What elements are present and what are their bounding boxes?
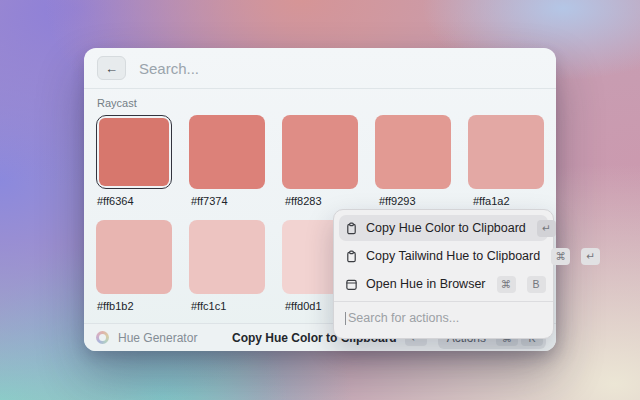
back-arrow-icon: ← xyxy=(105,61,118,76)
color-swatch[interactable] xyxy=(282,115,358,189)
swatch-hex-label: #ffa1a2 xyxy=(472,195,549,207)
swatch-fill xyxy=(96,220,172,294)
swatch-row-1 xyxy=(96,115,544,189)
b-key-badge: B xyxy=(527,276,546,293)
swatch-fill xyxy=(99,118,169,186)
swatch-fill xyxy=(468,115,544,189)
search-input[interactable]: Search... xyxy=(139,60,199,77)
action-label: Copy Hue Color to Clipboard xyxy=(366,221,526,235)
action-item-open-in-browser[interactable]: Open Hue in Browser ⌘ B xyxy=(339,271,548,297)
action-label: Copy Tailwind Hue to Clipboard xyxy=(366,249,540,263)
color-swatch[interactable] xyxy=(96,115,172,189)
command-key-badge: ⌘ xyxy=(551,248,570,265)
actions-search-placeholder: Search for actions... xyxy=(348,311,459,325)
back-button[interactable]: ← xyxy=(97,56,126,80)
color-swatch[interactable] xyxy=(96,220,172,294)
color-swatch[interactable] xyxy=(375,115,451,189)
actions-popup: Copy Hue Color to Clipboard ↵ Copy Tailw… xyxy=(333,209,554,339)
return-key-badge: ↵ xyxy=(537,220,556,237)
color-swatch[interactable] xyxy=(189,115,265,189)
clipboard-icon xyxy=(345,222,358,235)
swatch-hex-label: #ff9293 xyxy=(378,195,455,207)
action-item-copy-hue-color[interactable]: Copy Hue Color to Clipboard ↵ xyxy=(339,215,548,241)
section-header: Raycast xyxy=(97,97,544,109)
browser-icon xyxy=(345,278,358,291)
swatch-hex-label: #ff6364 xyxy=(96,195,173,207)
swatch-hex-label: #ffc1c1 xyxy=(190,300,267,312)
swatch-fill xyxy=(189,220,265,294)
hue-wheel-icon xyxy=(96,331,109,344)
actions-search-input[interactable]: Search for actions... xyxy=(339,302,548,333)
swatch-fill xyxy=(375,115,451,189)
command-key-badge: ⌘ xyxy=(497,276,516,293)
color-swatch[interactable] xyxy=(189,220,265,294)
swatch-hex-label: #ff7374 xyxy=(190,195,267,207)
swatch-fill xyxy=(282,115,358,189)
text-cursor xyxy=(345,312,346,325)
action-item-copy-tailwind-hue[interactable]: Copy Tailwind Hue to Clipboard ⌘ ↵ xyxy=(339,243,548,269)
search-header: ← Search... xyxy=(84,48,556,89)
color-swatch[interactable] xyxy=(468,115,544,189)
extension-name: Hue Generator xyxy=(118,331,232,345)
return-key-badge: ↵ xyxy=(581,248,600,265)
swatch-labels-row-1: #ff6364 #ff7374 #ff8283 #ff9293 #ffa1a2 xyxy=(96,195,544,207)
swatch-fill xyxy=(189,115,265,189)
clipboard-icon xyxy=(345,250,358,263)
swatch-hex-label: #ffb1b2 xyxy=(96,300,173,312)
swatch-hex-label: #ff8283 xyxy=(284,195,361,207)
action-label: Open Hue in Browser xyxy=(366,277,486,291)
